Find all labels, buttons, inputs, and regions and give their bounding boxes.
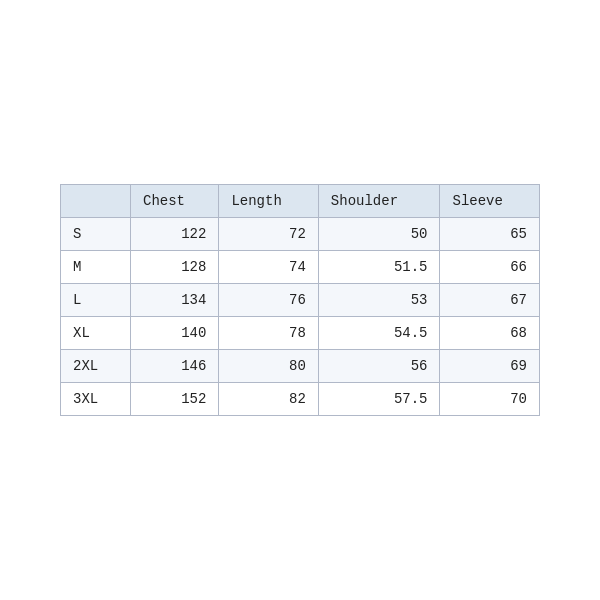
cell-shoulder: 56 [318, 350, 440, 383]
cell-sleeve: 70 [440, 383, 540, 416]
table-row: 3XL1528257.570 [61, 383, 540, 416]
header-sleeve: Sleeve [440, 185, 540, 218]
header-chest: Chest [131, 185, 219, 218]
size-chart-wrapper: Chest Length Shoulder Sleeve S122725065M… [60, 184, 540, 416]
cell-shoulder: 57.5 [318, 383, 440, 416]
cell-size: L [61, 284, 131, 317]
cell-shoulder: 51.5 [318, 251, 440, 284]
header-length: Length [219, 185, 318, 218]
cell-length: 78 [219, 317, 318, 350]
cell-length: 76 [219, 284, 318, 317]
cell-shoulder: 53 [318, 284, 440, 317]
cell-size: 3XL [61, 383, 131, 416]
cell-shoulder: 50 [318, 218, 440, 251]
cell-sleeve: 69 [440, 350, 540, 383]
cell-sleeve: 66 [440, 251, 540, 284]
header-size [61, 185, 131, 218]
table-row: XL1407854.568 [61, 317, 540, 350]
cell-chest: 134 [131, 284, 219, 317]
cell-chest: 122 [131, 218, 219, 251]
cell-sleeve: 67 [440, 284, 540, 317]
cell-length: 74 [219, 251, 318, 284]
table-row: L134765367 [61, 284, 540, 317]
cell-length: 82 [219, 383, 318, 416]
header-shoulder: Shoulder [318, 185, 440, 218]
size-chart-table: Chest Length Shoulder Sleeve S122725065M… [60, 184, 540, 416]
cell-length: 72 [219, 218, 318, 251]
cell-size: 2XL [61, 350, 131, 383]
table-row: 2XL146805669 [61, 350, 540, 383]
cell-chest: 128 [131, 251, 219, 284]
table-header-row: Chest Length Shoulder Sleeve [61, 185, 540, 218]
cell-size: S [61, 218, 131, 251]
table-row: S122725065 [61, 218, 540, 251]
cell-size: M [61, 251, 131, 284]
cell-sleeve: 65 [440, 218, 540, 251]
cell-chest: 146 [131, 350, 219, 383]
cell-shoulder: 54.5 [318, 317, 440, 350]
cell-sleeve: 68 [440, 317, 540, 350]
table-row: M1287451.566 [61, 251, 540, 284]
cell-chest: 140 [131, 317, 219, 350]
cell-chest: 152 [131, 383, 219, 416]
cell-size: XL [61, 317, 131, 350]
cell-length: 80 [219, 350, 318, 383]
